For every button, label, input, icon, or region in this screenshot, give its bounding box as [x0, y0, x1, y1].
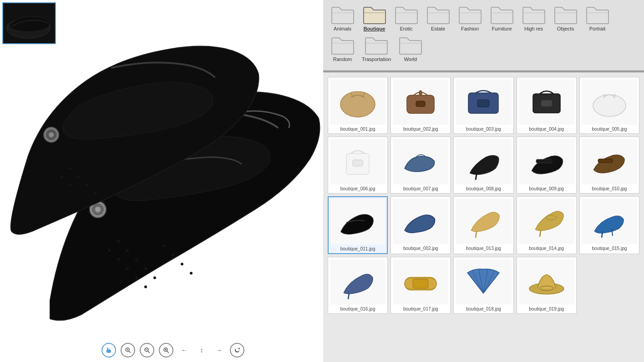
grid-item-8[interactable]: boutique_008.jpg — [453, 137, 513, 194]
svg-point-23 — [94, 192, 96, 195]
svg-point-14 — [172, 254, 174, 256]
zoom-fit-button[interactable] — [121, 343, 135, 357]
svg-point-22 — [86, 184, 88, 187]
image-label-6: boutique_006.jpg — [340, 186, 375, 191]
thumbnail-3 — [456, 79, 511, 125]
hand-tool-button[interactable] — [101, 343, 116, 357]
zoom-in-button[interactable] — [159, 343, 173, 357]
svg-point-4 — [126, 249, 129, 252]
folder-icon-high_res — [522, 5, 546, 25]
grid-item-12[interactable]: boutique_002.jpg — [390, 196, 451, 254]
folder-icon-boutique — [363, 5, 386, 25]
folder-item-erotic[interactable]: Erotic — [394, 5, 419, 31]
svg-point-12 — [144, 286, 147, 288]
folder-label-portrait: Portrait — [589, 26, 605, 31]
folder-item-animals[interactable]: Animals — [330, 5, 355, 31]
image-label-14: boutique_014.jpg — [529, 246, 564, 251]
folder-item-boutique[interactable]: Boutique — [362, 5, 387, 31]
folder-label-world: World — [404, 56, 417, 62]
arrow-right-button[interactable]: → — [213, 344, 225, 357]
grid-item-4[interactable]: boutique_004.jpg — [517, 77, 577, 134]
grid-item-2[interactable]: boutique_002.jpg — [390, 77, 451, 134]
folder-label-estate: Estate — [431, 26, 445, 31]
svg-point-50 — [593, 95, 626, 117]
grid-item-3[interactable]: boutique_003.jpg — [453, 77, 513, 134]
refresh-icon — [233, 347, 241, 354]
svg-point-26 — [69, 184, 71, 187]
thumbnail-5 — [582, 79, 637, 125]
folder-icon-furniture — [490, 5, 514, 25]
thumbnail-image — [3, 3, 56, 44]
svg-rect-57 — [598, 159, 613, 163]
thumbnail-18 — [456, 259, 511, 305]
grid-item-16[interactable]: boutique_016.jpg — [328, 257, 388, 314]
svg-point-20 — [69, 167, 71, 170]
grid-item-17[interactable]: boutique_017.jpg — [390, 257, 451, 314]
folder-icon-world — [399, 35, 422, 55]
grid-item-1[interactable]: boutique_001.jpg — [328, 77, 388, 134]
image-grid: boutique_001.jpg boutique_002.jpg boutiq… — [328, 77, 639, 314]
thumbnail-strip[interactable] — [2, 2, 56, 44]
zoom-fit-icon — [124, 347, 132, 354]
svg-point-29 — [49, 132, 54, 137]
main-image — [0, 0, 323, 362]
folder-icon-random — [331, 35, 355, 55]
image-label-10: boutique_010.jpg — [592, 186, 627, 191]
svg-point-31 — [127, 349, 128, 351]
svg-rect-54 — [353, 160, 363, 166]
svg-point-15 — [181, 263, 183, 265]
image-label-11: boutique_011.jpg — [340, 246, 375, 251]
thumbnail-8 — [456, 139, 511, 184]
grid-item-15[interactable]: boutique_015.jpg — [579, 196, 639, 254]
svg-point-45 — [419, 91, 422, 95]
folder-item-random[interactable]: Random — [330, 35, 355, 62]
grid-item-6[interactable]: boutique_006.jpg — [328, 137, 388, 194]
preview-panel: ← ↕ → — [0, 0, 323, 362]
svg-line-32 — [129, 351, 131, 353]
svg-line-63 — [348, 293, 349, 299]
svg-line-35 — [148, 351, 150, 353]
folder-item-high_res[interactable]: High res — [521, 5, 546, 31]
grid-item-18[interactable]: boutique_018.jpg — [453, 257, 513, 314]
image-label-1: boutique_001.jpg — [340, 127, 375, 132]
folder-icon-animals — [331, 5, 355, 25]
folder-item-transportation[interactable]: Trasportation — [362, 35, 391, 62]
folder-label-boutique: Boutique — [364, 26, 385, 31]
grid-item-9[interactable]: boutique_009.jpg — [517, 137, 577, 194]
image-label-2: boutique_002.jpg — [403, 127, 438, 132]
grid-item-14[interactable]: boutique_014.jpg — [517, 196, 577, 254]
image-grid-container[interactable]: boutique_001.jpg boutique_002.jpg boutiq… — [323, 72, 644, 362]
folder-item-portrait[interactable]: Portrait — [585, 5, 610, 31]
folder-icon-erotic — [395, 5, 418, 25]
zoom-out-button[interactable] — [140, 343, 154, 357]
arrow-updown-button[interactable]: ↕ — [195, 344, 208, 357]
svg-line-59 — [540, 230, 541, 237]
image-label-3: boutique_003.jpg — [466, 127, 501, 132]
image-label-7: boutique_007.jpg — [403, 186, 438, 191]
folder-item-furniture[interactable]: Furniture — [489, 5, 514, 31]
grid-item-10[interactable]: boutique_010.jpg — [579, 137, 639, 194]
grid-item-19[interactable]: boutique_019.jpg — [517, 257, 577, 314]
folder-item-world[interactable]: World — [398, 35, 423, 62]
thumbnail-15 — [582, 199, 637, 244]
grid-item-7[interactable]: boutique_007.jpg — [390, 137, 451, 194]
folder-item-objects[interactable]: Objects — [553, 5, 578, 31]
thumbnail-11 — [330, 199, 385, 245]
grid-item-11[interactable]: boutique_011.jpg — [328, 196, 388, 254]
svg-rect-66 — [413, 279, 428, 288]
refresh-button[interactable] — [230, 343, 244, 357]
svg-point-19 — [95, 207, 101, 212]
grid-item-5[interactable]: boutique_005.jpg — [579, 77, 639, 134]
thumbnail-19 — [519, 259, 574, 305]
arrow-left-button[interactable]: ← — [178, 344, 191, 357]
svg-point-8 — [108, 249, 111, 252]
folder-row-2: Random Trasportation World — [330, 35, 637, 62]
thumbnail-16 — [330, 259, 385, 305]
svg-rect-44 — [416, 101, 425, 107]
hand-icon — [105, 347, 112, 354]
svg-point-9 — [117, 258, 120, 261]
folder-item-fashion[interactable]: Fashion — [457, 5, 482, 31]
folder-item-estate[interactable]: Estate — [426, 5, 451, 31]
thumbnail-7 — [393, 139, 448, 184]
grid-item-13[interactable]: boutique_013.jpg — [453, 196, 513, 254]
